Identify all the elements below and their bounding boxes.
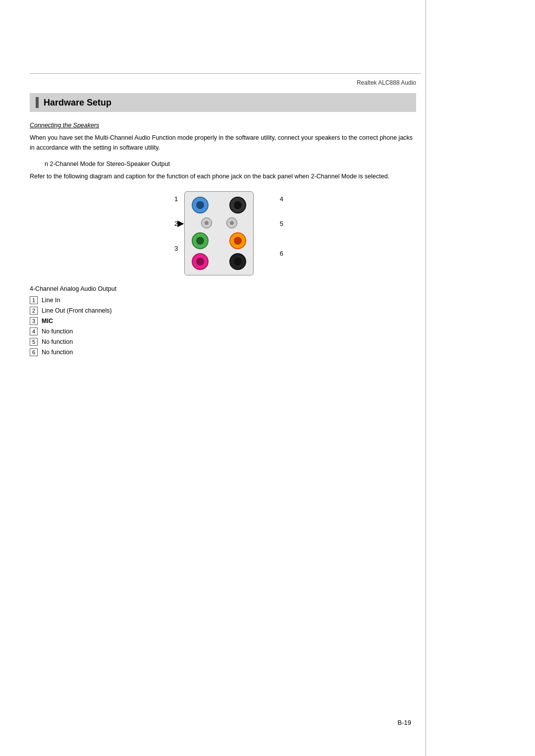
label-num3: 3	[174, 245, 178, 252]
label-num6: 6	[280, 250, 283, 257]
intro-paragraph: When you have set the Multi-Channel Audi…	[30, 133, 416, 153]
jack-5-orange	[229, 232, 246, 249]
jack-4-inner	[234, 201, 242, 209]
jack-2b-small	[226, 217, 237, 228]
legend-section: 4-Channel Analog Audio Output 1 Line In …	[30, 285, 416, 356]
jack-4-black	[229, 197, 246, 214]
subsection-heading: Connecting the Speakers	[30, 122, 416, 129]
jack-3-inner	[196, 258, 204, 266]
content-area: Realtek ALC888 Audio Hardware Setup Conn…	[30, 79, 416, 359]
jack-2a-small	[201, 217, 212, 228]
jack-5-inner	[234, 237, 242, 245]
legend-text-5: No function	[42, 338, 73, 345]
jack-3-pink	[192, 253, 209, 270]
legend-num-2: 2	[30, 307, 38, 315]
jack-row-2	[192, 217, 246, 228]
jack-row-1	[192, 197, 246, 214]
title-bar-decoration	[36, 97, 39, 108]
diagram-description: Refer to the following diagram and capti…	[30, 171, 416, 181]
mode-heading: n 2-Channel Mode for Stereo-Speaker Outp…	[45, 161, 416, 167]
horizontal-divider	[30, 73, 421, 74]
legend-item-2: 2 Line Out (Front channels)	[30, 307, 416, 315]
legend-num-6: 6	[30, 348, 38, 356]
header-brand: Realtek ALC888 Audio	[30, 79, 416, 86]
legend-text-3: MIC	[42, 318, 53, 324]
label-num1: 1	[174, 195, 178, 203]
legend-title: 4-Channel Analog Audio Output	[30, 285, 416, 292]
label-num4: 4	[280, 195, 283, 203]
label-num5: 5	[280, 220, 283, 227]
legend-num-1: 1	[30, 296, 38, 304]
jack-1-inner	[196, 201, 204, 209]
jack-panel	[184, 191, 254, 275]
legend-text-6: No function	[42, 349, 73, 356]
legend-num-3: 3	[30, 317, 38, 325]
legend-num-5: 5	[30, 338, 38, 346]
jack-6-black	[229, 253, 246, 270]
jack-row-3	[192, 232, 246, 249]
legend-text-2: Line Out (Front channels)	[42, 307, 112, 314]
jack-2a-inner	[205, 221, 209, 225]
vertical-divider	[426, 0, 426, 756]
legend-item-6: 6 No function	[30, 348, 416, 356]
jack-2-green	[192, 232, 209, 249]
legend-text-1: Line In	[42, 297, 60, 304]
page-number: B-19	[398, 719, 411, 726]
jack-6-inner	[234, 258, 242, 266]
legend-item-3: 3 MIC	[30, 317, 416, 325]
jack-diagram: 1 2 3 4 5 6 ►	[159, 191, 287, 275]
jack-1-blue	[192, 197, 209, 214]
jack-2-inner	[196, 237, 204, 245]
legend-item-1: 1 Line In	[30, 296, 416, 304]
section-title: Hardware Setup	[30, 93, 416, 112]
legend-item-4: 4 No function	[30, 327, 416, 335]
legend-item-5: 5 No function	[30, 338, 416, 346]
legend-text-4: No function	[42, 328, 73, 335]
legend-num-4: 4	[30, 327, 38, 335]
section-title-text: Hardware Setup	[44, 98, 111, 108]
jack-2b-inner	[230, 221, 234, 225]
jack-row-4	[192, 253, 246, 270]
page-container: Realtek ALC888 Audio Hardware Setup Conn…	[0, 0, 535, 756]
